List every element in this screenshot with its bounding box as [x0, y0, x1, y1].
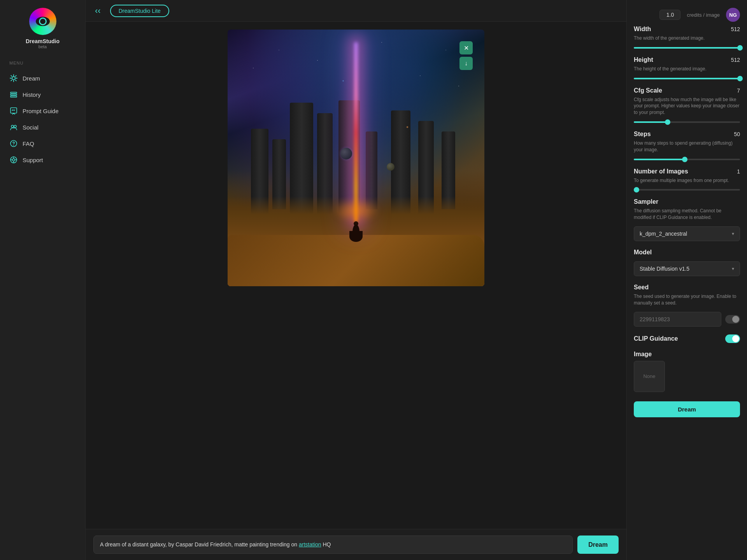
width-slider-thumb[interactable]: [737, 45, 743, 51]
dream-studio-tab[interactable]: DreamStudio Lite: [110, 5, 169, 17]
seed-setting: Seed The seed used to generate your imag…: [634, 284, 740, 327]
main-area: ‹‹ DreamStudio Lite: [86, 0, 626, 560]
width-desc: The width of the generated image.: [634, 35, 740, 42]
credits-label: credits / image: [687, 12, 720, 18]
generate-button[interactable]: Dream: [634, 401, 740, 417]
width-slider[interactable]: [634, 47, 740, 49]
faq-label: FAQ: [23, 140, 34, 147]
svg-point-14: [14, 110, 15, 110]
support-icon: [9, 156, 18, 164]
user-avatar[interactable]: NG: [726, 8, 740, 22]
prompt-display[interactable]: A dream of a distant galaxy, by Caspar D…: [93, 536, 573, 554]
steps-header: Steps 50: [634, 131, 740, 138]
num-images-setting: Number of Images 1 To generate multiple …: [634, 168, 740, 191]
svg-point-20: [12, 159, 15, 161]
cfg-scale-slider-thumb[interactable]: [665, 119, 670, 125]
svg-point-13: [12, 110, 13, 110]
sampler-title: Sampler: [634, 198, 658, 205]
sidebar-item-history[interactable]: History: [0, 86, 85, 103]
num-images-title: Number of Images: [634, 168, 688, 175]
svg-point-16: [14, 125, 16, 128]
sampler-dropdown[interactable]: k_dpm_2_ancestral ▾: [634, 226, 740, 241]
social-label: Social: [23, 124, 39, 131]
clip-guidance-setting: CLIP Guidance: [634, 334, 740, 343]
steps-slider-thumb[interactable]: [682, 157, 687, 162]
svg-rect-9: [11, 92, 17, 93]
generated-image: [228, 30, 484, 286]
cfg-scale-value: 7: [737, 88, 740, 94]
cfg-scale-slider-fill: [634, 121, 668, 123]
app-name: DreamStudio: [26, 38, 60, 44]
sidebar-item-support[interactable]: Support: [0, 152, 85, 168]
steps-desc: How many steps to spend generating (diff…: [634, 140, 740, 153]
svg-point-15: [11, 125, 14, 128]
prompt-guide-icon: [9, 107, 18, 115]
height-title: Height: [634, 56, 653, 63]
seed-toggle[interactable]: [725, 315, 740, 324]
right-top-bar: 1.0 credits / image NG: [634, 8, 740, 22]
sidebar-item-faq[interactable]: FAQ: [0, 135, 85, 152]
width-slider-fill: [634, 47, 740, 49]
image-section: Image None: [634, 351, 740, 392]
support-label: Support: [23, 157, 43, 163]
model-value: Stable Diffusion v1.5: [640, 266, 689, 272]
svg-line-6: [16, 80, 16, 81]
steps-slider-fill: [634, 159, 685, 160]
sidebar-item-prompt-guide[interactable]: Prompt Guide: [0, 103, 85, 119]
social-icon: [9, 123, 18, 131]
close-image-button[interactable]: ✕: [459, 41, 473, 54]
right-panel: 1.0 credits / image NG Width 512 The wid…: [626, 0, 747, 560]
sidebar-item-social[interactable]: Social: [0, 119, 85, 135]
sampler-setting: Sampler The diffusion sampling method. C…: [634, 198, 740, 241]
history-label: History: [23, 91, 41, 98]
svg-point-0: [12, 77, 15, 80]
dream-label: Dream: [23, 75, 40, 82]
sampler-value: k_dpm_2_ancestral: [640, 231, 687, 237]
svg-line-8: [11, 80, 12, 81]
model-setting: Model Stable Diffusion v1.5 ▾: [634, 249, 740, 276]
app-beta: beta: [39, 44, 47, 49]
sidebar: DreamStudio beta MENU Dream: [0, 0, 86, 560]
collapse-sidebar-button[interactable]: ‹‹: [93, 4, 102, 18]
artstation-link[interactable]: artstation: [299, 541, 321, 548]
height-desc: The height of the generated image.: [634, 66, 740, 72]
height-slider-thumb[interactable]: [737, 76, 743, 81]
num-images-value: 1: [737, 168, 740, 175]
steps-value: 50: [734, 131, 740, 137]
steps-setting: Steps 50 How many steps to spend generat…: [634, 131, 740, 160]
image-none-box[interactable]: None: [634, 361, 665, 392]
prompt-guide-label: Prompt Guide: [23, 108, 59, 114]
seed-input[interactable]: [634, 312, 721, 327]
cfg-scale-desc: Cfg scale adjusts how much the image wil…: [634, 96, 740, 116]
width-setting: Width 512 The width of the generated ima…: [634, 26, 740, 49]
sampler-desc: The diffusion sampling method. Cannot be…: [634, 208, 740, 221]
download-image-button[interactable]: ↓: [459, 57, 473, 70]
history-icon: [9, 90, 18, 99]
seed-title: Seed: [634, 284, 649, 291]
clip-guidance-toggle[interactable]: [725, 334, 740, 343]
svg-line-7: [16, 75, 16, 76]
eye-icon: [36, 17, 50, 26]
num-images-slider[interactable]: [634, 189, 740, 191]
dream-button[interactable]: Dream: [577, 536, 619, 554]
cfg-scale-header: Cfg Scale 7: [634, 87, 740, 94]
faq-icon: [9, 139, 18, 148]
sidebar-item-dream[interactable]: Dream: [0, 70, 85, 86]
top-bar: ‹‹ DreamStudio Lite: [86, 0, 626, 22]
prompt-area: A dream of a distant galaxy, by Caspar D…: [86, 529, 626, 560]
height-header: Height 512: [634, 56, 740, 63]
model-chevron-icon: ▾: [732, 266, 734, 271]
image-overlay-buttons: ✕ ↓: [459, 41, 473, 70]
dream-icon: [9, 74, 18, 82]
menu-label: MENU: [0, 61, 85, 65]
svg-rect-11: [11, 96, 17, 97]
cfg-scale-slider[interactable]: [634, 121, 740, 123]
prompt-input-wrapper: A dream of a distant galaxy, by Caspar D…: [93, 536, 619, 554]
num-images-slider-thumb[interactable]: [634, 187, 639, 192]
height-slider[interactable]: [634, 78, 740, 79]
cfg-scale-setting: Cfg Scale 7 Cfg scale adjusts how much t…: [634, 87, 740, 123]
credits-input[interactable]: 1.0: [659, 10, 680, 20]
model-dropdown[interactable]: Stable Diffusion v1.5 ▾: [634, 261, 740, 276]
steps-slider[interactable]: [634, 159, 740, 160]
logo-area: DreamStudio beta: [26, 8, 60, 49]
